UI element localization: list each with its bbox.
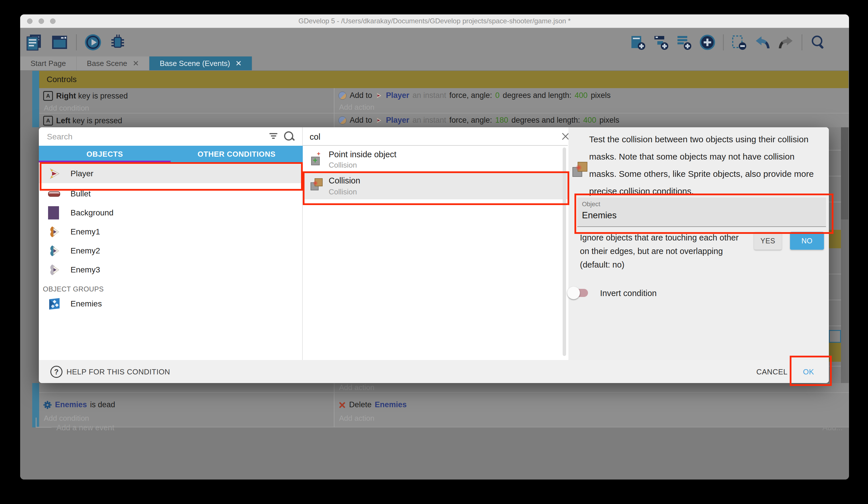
condition-search-input[interactable] <box>309 130 512 143</box>
enemy2-icon <box>48 244 61 257</box>
point-inside-icon: + + <box>310 152 324 166</box>
keyboard-key-icon: A <box>43 91 53 101</box>
window-title: GDevelop 5 - /Users/dkarakay/Documents/G… <box>20 14 849 28</box>
object-item-enemy2[interactable]: Enemy2 <box>39 241 302 260</box>
collision-icon <box>572 161 589 178</box>
event-drag-handle[interactable] <box>32 71 39 88</box>
object-groups-header: OBJECT GROUPS <box>43 285 104 293</box>
scene-editor-icon[interactable] <box>51 33 69 51</box>
add-action-link[interactable]: Add action <box>339 103 849 112</box>
event-conditions-cell[interactable]: A Right key is pressed Add condition <box>39 88 334 113</box>
undo-icon[interactable] <box>754 35 771 50</box>
group-end-bracket <box>36 417 52 428</box>
force-icon <box>339 117 347 124</box>
annotation-object-field <box>575 193 834 234</box>
screenshot-root: GDevelop 5 - /Users/dkarakay/Documents/G… <box>0 0 868 504</box>
add-action-link[interactable]: Add action <box>339 383 849 392</box>
event-group-header[interactable]: Controls <box>39 71 848 88</box>
enemy1-icon <box>48 225 61 238</box>
object-item-background[interactable]: Background <box>39 203 302 222</box>
help-icon[interactable]: ? <box>50 366 62 378</box>
event-drag-handle[interactable] <box>32 383 39 393</box>
condition-description: Test the collision between two objects u… <box>589 131 824 200</box>
titlebar: GDevelop 5 - /Users/dkarakay/Documents/G… <box>20 14 849 28</box>
bullet-icon <box>48 191 60 197</box>
event-actions-cell[interactable]: Delete Enemies Add action <box>334 393 849 427</box>
tab-base-scene-events[interactable]: Base Scene (Events) <box>149 57 252 70</box>
search-events-icon[interactable] <box>810 34 826 50</box>
editor-tabs: Start Page Base Scene Base Scene (Events… <box>20 57 849 70</box>
toolbar-separator <box>76 34 77 50</box>
keyboard-key-icon: A <box>43 116 53 125</box>
toggle-thumb[interactable] <box>567 286 580 299</box>
tab-base-scene[interactable]: Base Scene <box>76 57 149 70</box>
add-condition-link[interactable]: Add condition <box>44 104 334 113</box>
toolbar-separator <box>802 34 802 50</box>
project-manager-icon[interactable] <box>25 33 43 51</box>
help-link[interactable]: HELP FOR THIS CONDITION <box>66 367 170 376</box>
event-actions-cell[interactable]: Add to Player an instant force, angle: 0… <box>334 88 849 113</box>
player-object-icon <box>375 117 383 124</box>
annotation-collision-result <box>303 171 569 205</box>
enemy3-icon <box>48 263 61 276</box>
group-item-enemies[interactable]: Enemies <box>39 294 302 313</box>
event-conditions-cell[interactable]: Enemies is dead Add condition <box>39 393 334 427</box>
group-label: Controls <box>46 75 76 84</box>
scrollbar-thumb[interactable] <box>841 127 848 220</box>
dialog-tabs: OBJECTS OTHER CONDITIONS <box>39 146 303 162</box>
annotation-ok-button <box>790 356 832 386</box>
annotation-player-row <box>40 162 303 191</box>
close-tab-icon[interactable] <box>236 60 241 66</box>
add-action-link[interactable]: Add action <box>339 414 849 423</box>
object-item-enemy1[interactable]: Enemy1 <box>39 222 302 241</box>
ignore-touching-text: Ignore objects that are touching each ot… <box>580 231 738 272</box>
dialog-footer: ? HELP FOR THIS CONDITION CANCEL OK <box>39 360 829 383</box>
add-event-icon[interactable] <box>630 34 646 50</box>
tab-start-page[interactable]: Start Page <box>20 57 76 70</box>
events-behind-dialog <box>829 127 841 383</box>
add-condition-link[interactable]: Add condition <box>44 414 334 423</box>
add-new-event-link[interactable]: Add a new event <box>56 423 114 432</box>
object-item-enemy3[interactable]: Enemy3 <box>39 260 302 279</box>
player-object-icon <box>375 92 383 99</box>
event-conditions-cell[interactable] <box>39 383 334 393</box>
preview-play-icon[interactable] <box>84 34 102 51</box>
search-underline <box>303 145 568 146</box>
add-more-link[interactable]: Add... <box>822 423 843 432</box>
background-icon <box>48 206 59 220</box>
add-comment-icon[interactable] <box>676 34 692 50</box>
delete-event-icon[interactable] <box>731 34 747 50</box>
debug-icon[interactable] <box>109 34 126 51</box>
yes-button[interactable]: YES <box>754 232 782 250</box>
event-actions-cell[interactable]: Add action <box>334 383 849 393</box>
main-toolbar <box>20 28 849 57</box>
cancel-button[interactable]: CANCEL <box>756 367 787 376</box>
no-button[interactable]: NO <box>790 232 824 250</box>
app-window: GDevelop 5 - /Users/dkarakay/Documents/G… <box>20 14 849 480</box>
search-icon[interactable] <box>284 131 293 141</box>
object-dead-icon <box>43 401 52 409</box>
event-conditions-cell[interactable]: A Left key is pressed <box>39 113 334 127</box>
toolbar-separator <box>723 34 724 50</box>
close-tab-icon[interactable] <box>133 60 139 66</box>
event-drag-handle[interactable] <box>32 113 39 127</box>
add-circle-icon[interactable] <box>699 34 715 50</box>
force-icon <box>339 92 347 100</box>
result-point-inside-object[interactable]: + + Point inside object Collision <box>303 148 568 171</box>
event-actions-cell[interactable]: Add to Player an instant force, angle: 1… <box>334 113 849 127</box>
invert-condition-label: Invert condition <box>600 289 657 298</box>
tab-other-conditions[interactable]: OTHER CONDITIONS <box>170 146 302 162</box>
events-scrollbar[interactable] <box>841 127 848 383</box>
event-drag-handle[interactable] <box>32 88 39 113</box>
search-input[interactable] <box>46 130 232 143</box>
enemies-group-icon <box>48 298 61 310</box>
add-subevent-icon[interactable] <box>653 34 669 50</box>
filter-icon[interactable] <box>269 132 278 139</box>
redo-icon[interactable] <box>778 35 794 50</box>
delete-action-icon <box>339 401 346 409</box>
tab-objects[interactable]: OBJECTS <box>39 146 170 162</box>
